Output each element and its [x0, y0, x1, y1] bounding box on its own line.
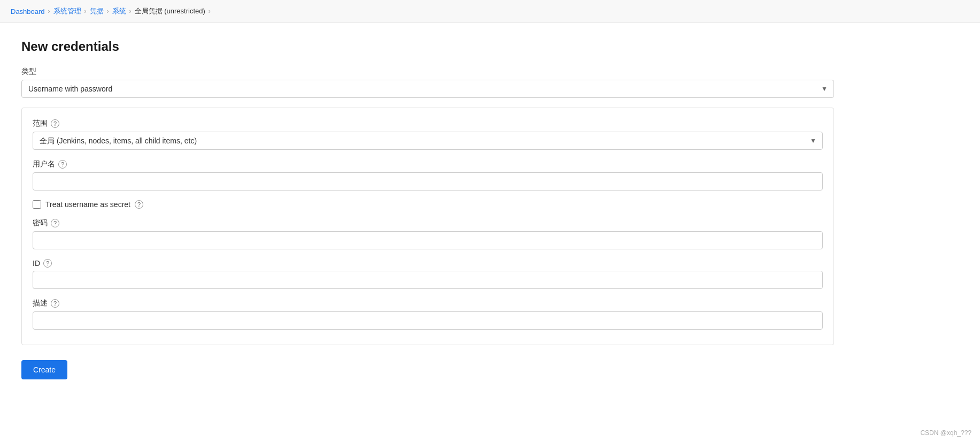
username-field-group: 用户名 ? — [33, 159, 823, 190]
breadcrumb-sep-5: › — [209, 7, 211, 15]
scope-label-text: 范围 — [33, 119, 48, 128]
scope-select[interactable]: 全局 (Jenkins, nodes, items, all child ite… — [33, 132, 823, 150]
treat-username-label[interactable]: Treat username as secret — [45, 200, 130, 209]
scope-select-wrapper: 全局 (Jenkins, nodes, items, all child ite… — [33, 132, 823, 150]
scope-help-icon[interactable]: ? — [51, 119, 59, 128]
id-field-group: ID ? — [33, 259, 823, 289]
type-select[interactable]: Username with passwordSSH Username with … — [21, 80, 834, 98]
description-help-icon[interactable]: ? — [51, 299, 59, 308]
id-label-text: ID — [33, 259, 40, 268]
page-title: New credentials — [21, 39, 834, 54]
username-label: 用户名 ? — [33, 159, 823, 169]
treat-username-checkbox[interactable] — [33, 200, 41, 209]
username-help-icon[interactable]: ? — [58, 160, 67, 169]
breadcrumb-sep-1: › — [48, 7, 50, 15]
username-label-text: 用户名 — [33, 159, 55, 169]
breadcrumb: Dashboard › 系统管理 › 凭据 › 系统 › 全局凭据 (unres… — [0, 0, 980, 23]
inner-form-box: 范围 ? 全局 (Jenkins, nodes, items, all chil… — [21, 108, 834, 345]
breadcrumb-system-mgmt[interactable]: 系统管理 — [53, 6, 81, 16]
breadcrumb-sep-3: › — [107, 7, 109, 15]
username-input[interactable] — [33, 172, 823, 190]
id-help-icon[interactable]: ? — [43, 259, 52, 268]
credentials-form: 类型 Username with passwordSSH Username wi… — [21, 67, 834, 379]
scope-field-group: 范围 ? 全局 (Jenkins, nodes, items, all chil… — [33, 119, 823, 150]
type-select-wrapper: Username with passwordSSH Username with … — [21, 80, 834, 98]
type-label-text: 类型 — [21, 67, 36, 77]
treat-username-help-icon[interactable]: ? — [135, 200, 143, 209]
id-label: ID ? — [33, 259, 823, 268]
create-button[interactable]: Create — [21, 360, 67, 379]
breadcrumb-sep-4: › — [129, 7, 132, 15]
description-label: 描述 ? — [33, 299, 823, 308]
breadcrumb-system[interactable]: 系统 — [112, 6, 126, 16]
password-field-group: 密码 ? — [33, 218, 823, 249]
type-label: 类型 — [21, 67, 834, 77]
password-help-icon[interactable]: ? — [51, 219, 59, 227]
treat-username-row: Treat username as secret ? — [33, 200, 823, 209]
password-label: 密码 ? — [33, 218, 823, 228]
main-content: New credentials 类型 Username with passwor… — [0, 23, 855, 395]
password-label-text: 密码 — [33, 218, 48, 228]
breadcrumb-credentials[interactable]: 凭据 — [90, 6, 104, 16]
description-input[interactable] — [33, 311, 823, 330]
scope-label: 范围 ? — [33, 119, 823, 128]
password-input[interactable] — [33, 231, 823, 249]
breadcrumb-dashboard[interactable]: Dashboard — [11, 7, 45, 16]
id-input[interactable] — [33, 271, 823, 289]
watermark: CSDN @xqh_??? — [920, 429, 971, 437]
description-field-group: 描述 ? — [33, 299, 823, 330]
type-field-group: 类型 Username with passwordSSH Username wi… — [21, 67, 834, 98]
breadcrumb-global: 全局凭据 (unrestricted) — [135, 6, 205, 16]
description-label-text: 描述 — [33, 299, 48, 308]
breadcrumb-sep-2: › — [84, 7, 87, 15]
